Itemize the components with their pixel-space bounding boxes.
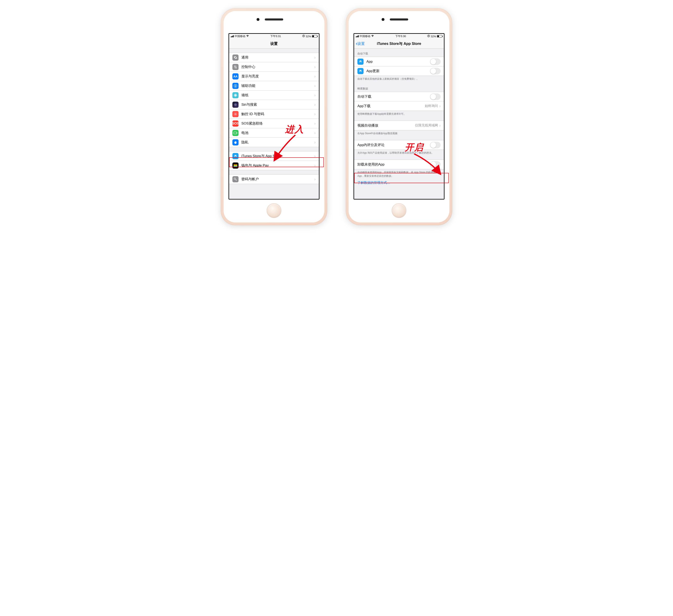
sos-icon: SOS (232, 120, 239, 126)
row-battery[interactable]: 电池 › (229, 128, 319, 137)
back-button[interactable]: ‹ 设置 (356, 40, 365, 47)
svg-point-9 (235, 95, 236, 96)
svg-point-8 (235, 85, 236, 85)
chevron-right-icon: › (314, 121, 315, 126)
row-video-autoplay[interactable]: 视频自动播放 仅限无线局域网 › (354, 121, 444, 130)
accessibility-icon (232, 83, 239, 89)
row-label: 显示与亮度 (241, 74, 314, 79)
nav-bar: 设置 (229, 39, 319, 48)
row-passwords[interactable]: 密码与帐户 › (229, 174, 319, 184)
row-siri[interactable]: Siri与搜索 › (229, 100, 319, 109)
phone-body: 中国移动 下午5:30 32% ‹ 设置 (349, 11, 449, 223)
nav-bar: ‹ 设置 iTunes Store与 App Store (354, 39, 444, 48)
orientation-lock-icon (427, 35, 430, 38)
group-autodl: 自动下载 App App更 (354, 51, 444, 81)
row-label: App内评分及评论 (358, 142, 430, 147)
chevron-right-icon: › (314, 64, 315, 69)
svg-rect-21 (234, 132, 237, 134)
carrier-label: 中国移动 (235, 34, 245, 38)
chevron-right-icon: › (314, 83, 315, 88)
row-label: 卸载未使用的App (358, 162, 430, 167)
row-label: 墙纸 (241, 93, 314, 97)
toggle-switch[interactable] (430, 161, 441, 168)
row-cellular-autodl[interactable]: 自动下载 (354, 92, 444, 101)
group-footer: 在App Store中自动播放App预览视频 (354, 130, 444, 136)
home-button[interactable] (392, 203, 406, 218)
learn-data-link[interactable]: 了解数据的管理方式… (354, 179, 444, 188)
chevron-right-icon: › (439, 123, 441, 128)
row-privacy[interactable]: 隐私 › (229, 137, 319, 147)
hand-icon (232, 139, 239, 145)
chevron-right-icon: › (314, 112, 315, 116)
svg-rect-26 (234, 166, 237, 166)
row-appupdate-toggle[interactable]: App更新 (354, 66, 444, 76)
settings-group-2: iTunes Store与 App Store › 钱包与 Apple Pay … (229, 151, 319, 170)
signal-icon (231, 35, 234, 37)
row-display[interactable]: AA 显示与亮度 › (229, 71, 319, 81)
group-footer: 自动下载在其他的设备上新购买的项目（含免费项目）。 (354, 76, 444, 81)
front-camera (257, 18, 259, 21)
screen-left: 中国移动 下午5:31 32% 设置 (228, 33, 319, 200)
svg-rect-22 (237, 132, 237, 133)
appstore-icon (358, 68, 364, 74)
svg-point-4 (236, 67, 237, 68)
battery-icon (312, 35, 317, 37)
clock-label: 下午5:30 (395, 34, 406, 38)
text-size-icon: AA (232, 73, 239, 79)
toggle-switch[interactable] (430, 93, 441, 100)
row-itunes-appstore[interactable]: iTunes Store与 App Store › (229, 151, 319, 161)
gear-icon (232, 54, 239, 61)
orientation-lock-icon (302, 35, 305, 38)
row-control-center[interactable]: 控制中心 › (229, 62, 319, 71)
row-label: 辅助功能 (241, 83, 314, 88)
signal-icon (356, 35, 359, 37)
fingerprint-icon (232, 111, 239, 117)
svg-rect-24 (234, 165, 237, 165)
wallet-icon (232, 163, 239, 169)
chevron-right-icon: › (439, 104, 441, 108)
appstore-icon (232, 153, 239, 159)
chevron-right-icon: › (314, 102, 315, 107)
row-label: 控制中心 (241, 64, 314, 69)
row-detail: 始终询问 (425, 104, 438, 108)
row-touchid[interactable]: 触控 ID 与密码 › (229, 109, 319, 118)
phone-right: 中国移动 下午5:30 32% ‹ 设置 (346, 8, 452, 225)
svg-rect-25 (234, 165, 237, 166)
group-footer: 使用蜂窝数据下载App始终需要先请求许可。 (354, 111, 444, 116)
row-sos[interactable]: SOS SOS紧急联络 › (229, 118, 319, 128)
status-bar: 中国移动 下午5:31 32% (229, 34, 319, 39)
chevron-right-icon: › (314, 93, 315, 97)
chevron-right-icon: › (314, 153, 315, 159)
row-label: Siri与搜索 (241, 102, 314, 107)
row-label: 密码与帐户 (241, 177, 314, 182)
row-offload-unused-apps[interactable]: 卸载未使用的App (354, 160, 444, 169)
page-title: iTunes Store与 App Store (377, 41, 421, 46)
key-icon (232, 176, 239, 182)
home-button[interactable] (267, 203, 281, 218)
row-label: 自动下载 (358, 94, 430, 99)
row-label: 视频自动播放 (358, 123, 415, 128)
row-app-download[interactable]: App下载 始终询问 › (354, 101, 444, 111)
row-app-toggle[interactable]: App (354, 57, 444, 66)
row-rating-review[interactable]: App内评分及评论 (354, 140, 444, 149)
row-general[interactable]: 通用 › (229, 53, 319, 62)
wifi-icon (246, 35, 249, 38)
chevron-right-icon: › (314, 74, 315, 79)
toggle-switch[interactable] (430, 142, 441, 148)
phone-left: 中国移动 下午5:31 32% 设置 (221, 8, 327, 225)
svg-point-1 (234, 66, 235, 67)
toggle-switch[interactable] (430, 58, 441, 65)
group-footer: 允许App 询问产品使用反馈，以帮助开发者和其他用户了解您的想法。 (354, 150, 444, 156)
row-label: SOS紧急联络 (241, 121, 314, 126)
carrier-label: 中国移动 (360, 34, 370, 38)
row-label: App下载 (358, 104, 425, 108)
row-accessibility[interactable]: 辅助功能 › (229, 81, 319, 90)
battery-icon (437, 35, 442, 37)
row-wallpaper[interactable]: 墙纸 › (229, 90, 319, 100)
settings-group-1: 通用 › 控制中心 › AA 显示与亮度 › (229, 53, 319, 147)
settings-content[interactable]: 通用 › 控制中心 › AA 显示与亮度 › (229, 48, 319, 199)
row-wallet[interactable]: 钱包与 Apple Pay › (229, 161, 319, 170)
toggle-switch[interactable] (430, 68, 441, 74)
svg-rect-27 (234, 166, 237, 167)
appstore-settings-content[interactable]: 自动下载 App App更 (354, 48, 444, 199)
